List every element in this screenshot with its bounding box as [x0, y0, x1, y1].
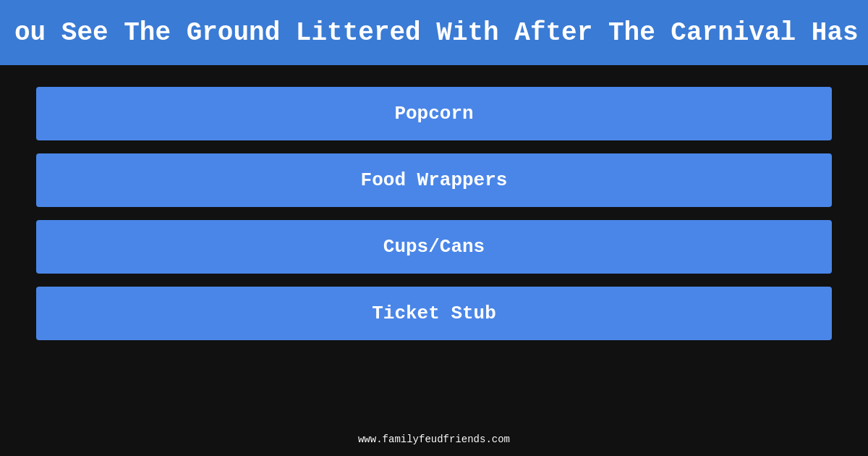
answer-button-2[interactable]: Food Wrappers: [36, 153, 832, 207]
answer-button-4[interactable]: Ticket Stub: [36, 287, 832, 340]
footer: www.familyfeudfriends.com: [0, 423, 868, 456]
footer-url: www.familyfeudfriends.com: [358, 434, 510, 445]
question-title: ou See The Ground Littered With After Th…: [14, 18, 868, 48]
header-bar: ou See The Ground Littered With After Th…: [0, 0, 868, 65]
answers-container: PopcornFood WrappersCups/CansTicket Stub: [0, 65, 868, 423]
answer-button-1[interactable]: Popcorn: [36, 87, 832, 140]
answer-button-3[interactable]: Cups/Cans: [36, 220, 832, 274]
